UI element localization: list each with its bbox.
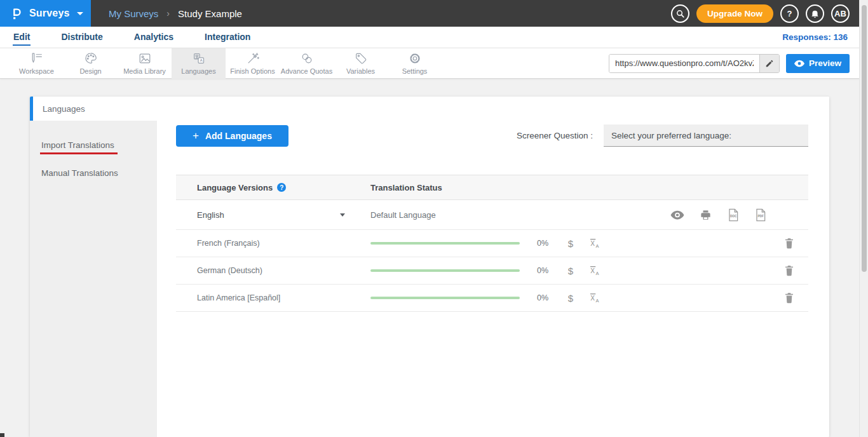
svg-text:PDF: PDF [757, 215, 764, 218]
export-doc-button[interactable]: DOC [727, 208, 739, 222]
languages-card: Languages Import Translations Manual Tra… [30, 97, 829, 437]
edit-toolbar: Workspace Design Media Library A Languag… [0, 48, 868, 79]
translation-progress-bar [370, 242, 520, 245]
translation-progress-bar [370, 269, 520, 272]
languages-sidebar: Languages Import Translations Manual Tra… [30, 97, 157, 437]
doc-file-icon: DOC [727, 208, 739, 222]
col-language-versions: Language Versions [197, 183, 273, 192]
default-language-status: Default Language [370, 210, 436, 220]
languages-actions-row: + Add Languages Screener Question : Sele… [157, 97, 829, 175]
screener-question-label: Screener Question : [517, 131, 593, 140]
page-scrollbar[interactable] [859, 0, 868, 437]
toolbar-item-settings[interactable]: Settings [388, 48, 442, 79]
col-translation-status: Translation Status [370, 183, 442, 192]
paid-translation-icon[interactable]: $ [561, 266, 580, 276]
toolbar-item-workspace[interactable]: Workspace [10, 48, 64, 79]
svg-text:A: A [596, 298, 599, 304]
tag-icon [354, 51, 368, 65]
translation-percent: 0% [537, 239, 557, 248]
svg-text:A: A [596, 271, 599, 276]
plus-icon: + [193, 130, 199, 142]
search-icon [675, 9, 685, 18]
trash-icon [784, 292, 794, 304]
avatar[interactable]: AB [831, 4, 850, 23]
product-name: Surveys [29, 8, 70, 19]
help-icon[interactable]: ? [277, 183, 286, 192]
default-language-name: English [197, 210, 224, 220]
delete-language-button[interactable] [784, 265, 794, 276]
svg-text:X: X [590, 295, 595, 302]
add-languages-button[interactable]: + Add Languages [176, 125, 288, 147]
screener-question-select[interactable]: Select your preferred language: [604, 124, 808, 147]
tab-analytics[interactable]: Analytics [133, 29, 174, 46]
sidebar-item-languages[interactable]: Languages [30, 97, 157, 121]
toolbar-item-languages[interactable]: A Languages [172, 48, 226, 79]
help-button[interactable]: ? [780, 4, 799, 23]
breadcrumb-my-surveys[interactable]: My Surveys [109, 8, 158, 19]
delete-language-button[interactable] [784, 238, 794, 249]
upgrade-now-button[interactable]: Upgrade Now [696, 4, 773, 23]
svg-text:X: X [590, 240, 595, 247]
auto-translate-button[interactable]: XA [584, 237, 606, 250]
translation-progress-bar [370, 297, 520, 299]
scrollbar-thumb[interactable] [862, 5, 867, 272]
table-row-default-language: English Default Language [176, 200, 808, 230]
language-name: French (Français) [197, 239, 260, 248]
notifications-button[interactable] [806, 4, 824, 23]
trash-icon [784, 265, 794, 276]
bell-icon [810, 9, 820, 18]
table-header: Language Versions ? Translation Status [176, 175, 808, 200]
questionpro-logo-icon [10, 6, 24, 20]
view-survey-button[interactable] [670, 210, 684, 220]
translate-xa-icon: XA [588, 264, 601, 277]
trash-icon [784, 238, 794, 249]
responses-count[interactable]: Responses: 136 [782, 32, 848, 42]
edit-url-button[interactable] [759, 55, 779, 72]
sidebar-item-import-translations[interactable]: Import Translations [30, 135, 157, 160]
delete-language-button[interactable] [784, 292, 794, 304]
survey-url-input[interactable] [609, 55, 759, 72]
chevron-down-icon[interactable] [340, 213, 345, 217]
sidebar-item-manual-translations[interactable]: Manual Translations [30, 160, 157, 185]
import-translations-label: Import Translations [40, 140, 118, 154]
breadcrumb-current: Study Example [178, 8, 242, 19]
top-header: Surveys My Surveys › Study Example Upgra… [0, 0, 868, 27]
language-name: German (Deutsch) [197, 266, 262, 275]
printer-icon [700, 209, 712, 221]
tab-distribute[interactable]: Distribute [60, 29, 103, 46]
breadcrumb-separator-icon: › [166, 8, 170, 18]
header-actions: Upgrade Now ? AB [671, 4, 868, 23]
page-corner-artifact [0, 433, 4, 437]
toolbar-item-advance-quotas[interactable]: Advance Quotas [280, 48, 334, 79]
toolbar-item-finish-options[interactable]: Finish Options [226, 48, 280, 79]
paid-translation-icon[interactable]: $ [561, 293, 580, 304]
table-row-language: French (Français) 0% $ XA [176, 230, 808, 257]
auto-translate-button[interactable]: XA [584, 264, 606, 277]
screener-question: Screener Question : Select your preferre… [517, 124, 808, 147]
svg-text:A: A [596, 243, 599, 249]
preview-button[interactable]: Preview [786, 54, 850, 73]
image-icon [138, 51, 152, 65]
sidebar-items: Import Translations Manual Translations [30, 121, 157, 437]
translation-percent: 0% [537, 266, 557, 275]
auto-translate-button[interactable]: XA [584, 292, 606, 304]
print-button[interactable] [700, 209, 712, 221]
toolbar-item-media-library[interactable]: Media Library [118, 48, 172, 79]
product-switcher[interactable]: Surveys [0, 0, 91, 27]
paid-translation-icon[interactable]: $ [561, 238, 580, 249]
search-button[interactable] [671, 4, 689, 23]
page-content: Languages Import Translations Manual Tra… [0, 79, 868, 437]
eye-icon [794, 60, 804, 67]
tab-edit[interactable]: Edit [13, 29, 31, 46]
toolbar-item-design[interactable]: Design [64, 48, 118, 79]
languages-main: + Add Languages Screener Question : Sele… [157, 97, 829, 437]
svg-text:X: X [590, 267, 595, 274]
default-language-actions: DOC PDF [670, 208, 766, 222]
language-name: Latin America [Español] [197, 293, 280, 302]
magic-wand-icon [246, 51, 260, 65]
breadcrumb: My Surveys › Study Example [109, 8, 242, 19]
tab-integration[interactable]: Integration [204, 29, 251, 46]
export-pdf-button[interactable]: PDF [754, 208, 766, 222]
toolbar-item-variables[interactable]: Variables [334, 48, 388, 79]
pdf-file-icon: PDF [754, 208, 766, 222]
